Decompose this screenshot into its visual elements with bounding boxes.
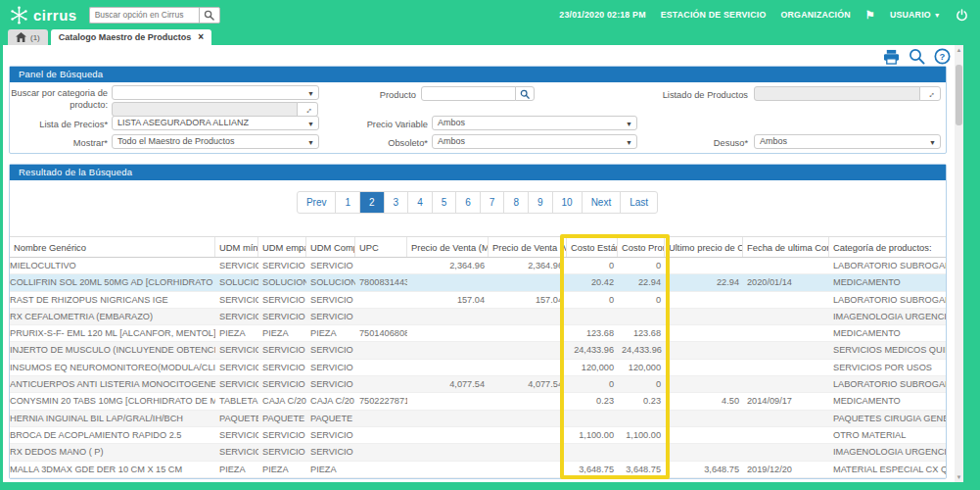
page-button-1[interactable]: 1	[335, 191, 360, 214]
table-cell: CONYSMIN 20 TABS 10MG [CLORHIDRATO DE ME…	[10, 393, 215, 409]
table-cell: 0	[618, 258, 665, 273]
table-cell: SERVICIOS MEDICOS QUIRURGICOS	[829, 342, 946, 358]
page-button-last[interactable]: Last	[620, 191, 658, 214]
column-header[interactable]: Costo Promedio	[618, 237, 665, 257]
page-button-7[interactable]: 7	[480, 191, 505, 214]
table-cell	[489, 393, 567, 409]
column-header[interactable]: Precio de Venta (Volumen)	[489, 237, 567, 257]
table-cell: 24,433.96	[567, 342, 618, 358]
table-cell: 1,100.00	[567, 427, 618, 443]
page-button-9[interactable]: 9	[528, 191, 553, 214]
magnifier-icon[interactable]	[909, 48, 925, 65]
column-header[interactable]: Fecha de ultima Compra	[743, 237, 829, 257]
table-cell: MEDICAMENTO	[829, 274, 946, 290]
table-cell: COLLIFRIN SOL 20ML 50MG AD [CLORHIDRATO …	[10, 274, 215, 290]
table-cell	[489, 325, 567, 341]
page-button-10[interactable]: 10	[552, 191, 583, 214]
table-cell: SERVICIOS POR USOS	[829, 360, 946, 375]
table-cell	[665, 258, 743, 273]
scroll-down-icon[interactable]: ▼	[955, 474, 963, 480]
page-button-2[interactable]: 2	[359, 191, 385, 214]
vertical-scrollbar[interactable]: ▲ ▼	[955, 45, 963, 482]
obsolete-select[interactable]: Ambos▼	[432, 134, 637, 149]
category-expand-button[interactable]: ↔	[297, 102, 318, 117]
product-list-field[interactable]	[754, 86, 920, 101]
table-row[interactable]: HERNIA INGUINAL BIL LAP/GRAL/IH/BCHPAQUE…	[10, 411, 946, 427]
table-cell	[743, 360, 829, 375]
table-row[interactable]: ANTICUERPOS ANTI LISTERIA MONOCITOGENES …	[10, 376, 946, 393]
column-header[interactable]: UDM mínima	[215, 237, 258, 257]
table-cell: PIEZA	[258, 462, 306, 477]
scroll-up-icon[interactable]: ▲	[955, 47, 963, 53]
disuse-select[interactable]: Ambos▼	[754, 134, 941, 149]
column-header[interactable]: Precio de Venta (Mínima)	[407, 237, 489, 257]
table-cell	[407, 393, 489, 409]
scrollbar-thumb[interactable]	[956, 65, 962, 125]
header-user-menu[interactable]: USUARIO▼	[890, 10, 941, 20]
table-row[interactable]: BROCA DE ACOPLAMIENTO RAPIDO 2.5SERVICIO…	[10, 427, 946, 444]
product-search-button[interactable]	[515, 86, 535, 101]
table-cell: CAJA C/20	[258, 393, 306, 409]
table-cell: 0	[567, 376, 618, 392]
product-list-expand-button[interactable]: ↔	[919, 86, 941, 101]
column-header[interactable]: Nombre Genérico	[10, 237, 215, 257]
table-cell: PAQUETE	[215, 411, 258, 426]
table-row[interactable]: MALLA 3DMAX GDE DER 10 CM X 15 CMPIEZAPI…	[10, 462, 946, 478]
variable-price-select[interactable]: Ambos▼	[432, 116, 637, 130]
power-icon[interactable]	[956, 9, 968, 22]
flag-icon[interactable]: ⚑	[865, 9, 875, 22]
table-cell: IMAGENOLOGIA URGENCIAS/HOSPITAL	[829, 309, 946, 324]
table-cell	[665, 292, 743, 308]
table-row[interactable]: COLLIFRIN SOL 20ML 50MG AD [CLORHIDRATO …	[10, 274, 946, 291]
header-organization-menu[interactable]: ORGANIZACIÓN	[781, 10, 851, 20]
column-header[interactable]: Ultimo precio de Compra	[665, 237, 743, 257]
table-cell: SERVICIO	[306, 376, 355, 392]
column-header[interactable]: Categoría de productos:	[829, 237, 946, 257]
table-cell: 2,364.96	[407, 258, 489, 273]
header-station-menu[interactable]: ESTACIÓN DE SERVICIO	[661, 10, 767, 20]
help-circle-icon[interactable]: ?	[934, 48, 951, 65]
table-cell: MIELOCULTIVO	[10, 258, 215, 273]
page-button-prev[interactable]: Prev	[297, 191, 337, 214]
table-row[interactable]: RX DEDOS MANO ( P)SERVICIOSERVICIOSERVIC…	[10, 444, 946, 461]
category-select[interactable]: ▼	[112, 85, 319, 100]
page-button-4[interactable]: 4	[407, 191, 433, 214]
product-input[interactable]	[421, 86, 516, 101]
table-row[interactable]: RX CEFALOMETRIA (EMBARAZO)SERVICIOSERVIC…	[10, 309, 946, 325]
table-cell	[743, 342, 829, 358]
column-header[interactable]: UDM empaque	[258, 237, 306, 257]
show-select[interactable]: Todo el Maestro de Productos▼	[112, 134, 319, 149]
page-button-5[interactable]: 5	[432, 191, 457, 214]
page-button-8[interactable]: 8	[503, 191, 529, 214]
table-row[interactable]: INJERTO DE MUSCULO (INCLUYENDE OBTENCION…	[10, 342, 946, 359]
table-row[interactable]: PRURIX-S-F- EML 120 ML [ALCANFOR, MENTOL…	[10, 325, 946, 342]
table-row[interactable]: INSUMOS EQ NEUROMONITOREO(MODULA/CLIP/SO…	[10, 360, 946, 376]
table-cell	[567, 411, 618, 426]
table-row[interactable]: MIELOCULTIVOSERVICIOSERVICIOSERVICIO2,36…	[10, 258, 946, 274]
table-cell: CAJA C/20	[306, 393, 355, 409]
table-row[interactable]: CONYSMIN 20 TABS 10MG [CLORHIDRATO DE ME…	[10, 393, 946, 410]
tab-home[interactable]: (1)	[8, 29, 48, 45]
app-logo[interactable]: cirrus	[10, 6, 77, 24]
tab-catalogo-maestro[interactable]: Catalogo Maestro de Productos ×	[51, 29, 211, 45]
table-cell: SOLUCION	[306, 274, 355, 290]
table-row[interactable]: RAST DE RHIZOPUS NIGRICANS IGESERVICIOSE…	[10, 292, 946, 309]
column-header[interactable]: Costo Estándar	[567, 237, 618, 257]
table-cell	[665, 444, 743, 460]
page-button-6[interactable]: 6	[455, 191, 481, 214]
close-icon[interactable]: ×	[198, 32, 204, 42]
table-cell: SERVICIO	[258, 427, 306, 443]
page-button-3[interactable]: 3	[384, 191, 409, 214]
table-cell: PIEZA	[306, 325, 355, 341]
global-search-button[interactable]	[199, 7, 220, 24]
table-cell: INJERTO DE MUSCULO (INCLUYENDE OBTENCION…	[10, 342, 215, 358]
tab-label: Catalogo Maestro de Productos	[59, 32, 192, 42]
category-value-field[interactable]	[112, 102, 298, 117]
global-search-input[interactable]	[89, 7, 199, 24]
printer-icon[interactable]	[883, 49, 900, 65]
column-header[interactable]: UDM Compra	[306, 237, 355, 257]
page-button-next[interactable]: Next	[582, 191, 622, 214]
table-cell	[743, 376, 829, 392]
column-header[interactable]: UPC	[355, 237, 407, 257]
price-list-select[interactable]: LISTA ASEGURADORA ALLIANZ▼	[112, 116, 319, 130]
